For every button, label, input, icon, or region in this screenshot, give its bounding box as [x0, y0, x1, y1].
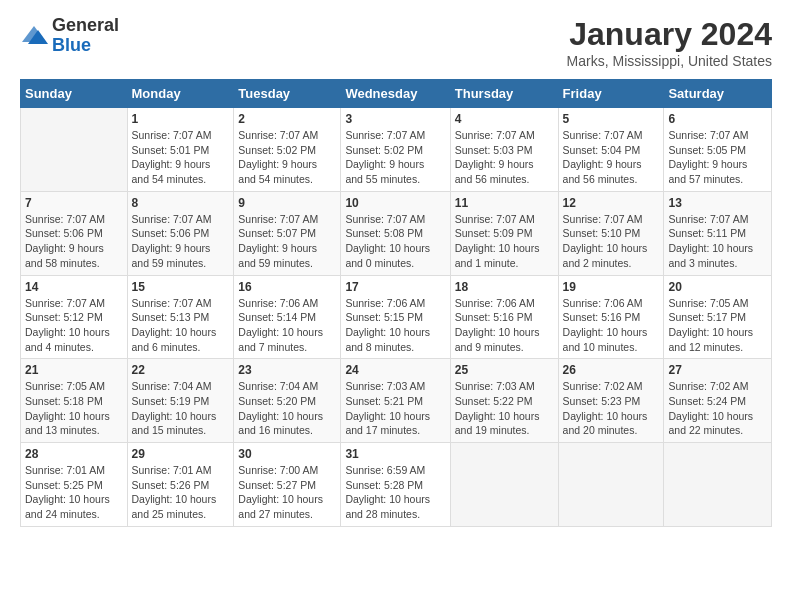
calendar-cell [558, 443, 664, 527]
calendar-cell: 20Sunrise: 7:05 AM Sunset: 5:17 PM Dayli… [664, 275, 772, 359]
day-number: 13 [668, 196, 767, 210]
day-info: Sunrise: 7:06 AM Sunset: 5:16 PM Dayligh… [455, 296, 554, 355]
day-number: 31 [345, 447, 445, 461]
day-info: Sunrise: 7:02 AM Sunset: 5:24 PM Dayligh… [668, 379, 767, 438]
day-info: Sunrise: 6:59 AM Sunset: 5:28 PM Dayligh… [345, 463, 445, 522]
calendar-cell: 24Sunrise: 7:03 AM Sunset: 5:21 PM Dayli… [341, 359, 450, 443]
logo-general: General [52, 16, 119, 36]
day-info: Sunrise: 7:07 AM Sunset: 5:07 PM Dayligh… [238, 212, 336, 271]
header-cell-saturday: Saturday [664, 80, 772, 108]
day-number: 18 [455, 280, 554, 294]
day-number: 12 [563, 196, 660, 210]
calendar-cell: 5Sunrise: 7:07 AM Sunset: 5:04 PM Daylig… [558, 108, 664, 192]
header-cell-wednesday: Wednesday [341, 80, 450, 108]
day-number: 11 [455, 196, 554, 210]
calendar-cell: 25Sunrise: 7:03 AM Sunset: 5:22 PM Dayli… [450, 359, 558, 443]
day-info: Sunrise: 7:06 AM Sunset: 5:16 PM Dayligh… [563, 296, 660, 355]
day-number: 16 [238, 280, 336, 294]
calendar-cell: 28Sunrise: 7:01 AM Sunset: 5:25 PM Dayli… [21, 443, 128, 527]
day-info: Sunrise: 7:07 AM Sunset: 5:10 PM Dayligh… [563, 212, 660, 271]
calendar-cell [21, 108, 128, 192]
calendar-cell: 16Sunrise: 7:06 AM Sunset: 5:14 PM Dayli… [234, 275, 341, 359]
day-number: 1 [132, 112, 230, 126]
day-info: Sunrise: 7:07 AM Sunset: 5:13 PM Dayligh… [132, 296, 230, 355]
calendar-cell: 31Sunrise: 6:59 AM Sunset: 5:28 PM Dayli… [341, 443, 450, 527]
day-info: Sunrise: 7:05 AM Sunset: 5:17 PM Dayligh… [668, 296, 767, 355]
day-number: 7 [25, 196, 123, 210]
calendar-cell: 9Sunrise: 7:07 AM Sunset: 5:07 PM Daylig… [234, 191, 341, 275]
day-info: Sunrise: 7:07 AM Sunset: 5:09 PM Dayligh… [455, 212, 554, 271]
calendar-cell: 3Sunrise: 7:07 AM Sunset: 5:02 PM Daylig… [341, 108, 450, 192]
header-cell-thursday: Thursday [450, 80, 558, 108]
day-number: 23 [238, 363, 336, 377]
calendar-cell: 11Sunrise: 7:07 AM Sunset: 5:09 PM Dayli… [450, 191, 558, 275]
day-number: 8 [132, 196, 230, 210]
header-row: SundayMondayTuesdayWednesdayThursdayFrid… [21, 80, 772, 108]
calendar-cell: 22Sunrise: 7:04 AM Sunset: 5:19 PM Dayli… [127, 359, 234, 443]
calendar-cell: 12Sunrise: 7:07 AM Sunset: 5:10 PM Dayli… [558, 191, 664, 275]
calendar-cell: 29Sunrise: 7:01 AM Sunset: 5:26 PM Dayli… [127, 443, 234, 527]
calendar-cell: 2Sunrise: 7:07 AM Sunset: 5:02 PM Daylig… [234, 108, 341, 192]
title-area: January 2024 Marks, Mississippi, United … [567, 16, 772, 69]
header-cell-sunday: Sunday [21, 80, 128, 108]
logo: General Blue [20, 16, 119, 56]
header-cell-monday: Monday [127, 80, 234, 108]
day-info: Sunrise: 7:07 AM Sunset: 5:02 PM Dayligh… [345, 128, 445, 187]
day-number: 3 [345, 112, 445, 126]
day-number: 27 [668, 363, 767, 377]
calendar-cell: 6Sunrise: 7:07 AM Sunset: 5:05 PM Daylig… [664, 108, 772, 192]
calendar-cell: 27Sunrise: 7:02 AM Sunset: 5:24 PM Dayli… [664, 359, 772, 443]
day-info: Sunrise: 7:07 AM Sunset: 5:03 PM Dayligh… [455, 128, 554, 187]
day-number: 26 [563, 363, 660, 377]
day-number: 22 [132, 363, 230, 377]
week-row-1: 1Sunrise: 7:07 AM Sunset: 5:01 PM Daylig… [21, 108, 772, 192]
calendar-cell: 10Sunrise: 7:07 AM Sunset: 5:08 PM Dayli… [341, 191, 450, 275]
calendar-cell: 14Sunrise: 7:07 AM Sunset: 5:12 PM Dayli… [21, 275, 128, 359]
calendar-table: SundayMondayTuesdayWednesdayThursdayFrid… [20, 79, 772, 527]
calendar-cell [450, 443, 558, 527]
calendar-cell: 15Sunrise: 7:07 AM Sunset: 5:13 PM Dayli… [127, 275, 234, 359]
day-info: Sunrise: 7:01 AM Sunset: 5:26 PM Dayligh… [132, 463, 230, 522]
day-number: 10 [345, 196, 445, 210]
day-number: 20 [668, 280, 767, 294]
week-row-2: 7Sunrise: 7:07 AM Sunset: 5:06 PM Daylig… [21, 191, 772, 275]
calendar-cell: 13Sunrise: 7:07 AM Sunset: 5:11 PM Dayli… [664, 191, 772, 275]
day-number: 28 [25, 447, 123, 461]
day-info: Sunrise: 7:06 AM Sunset: 5:15 PM Dayligh… [345, 296, 445, 355]
day-info: Sunrise: 7:06 AM Sunset: 5:14 PM Dayligh… [238, 296, 336, 355]
day-number: 5 [563, 112, 660, 126]
day-info: Sunrise: 7:07 AM Sunset: 5:12 PM Dayligh… [25, 296, 123, 355]
logo-icon [20, 22, 48, 50]
calendar-cell: 4Sunrise: 7:07 AM Sunset: 5:03 PM Daylig… [450, 108, 558, 192]
calendar-cell: 26Sunrise: 7:02 AM Sunset: 5:23 PM Dayli… [558, 359, 664, 443]
day-number: 4 [455, 112, 554, 126]
day-info: Sunrise: 7:07 AM Sunset: 5:11 PM Dayligh… [668, 212, 767, 271]
day-number: 17 [345, 280, 445, 294]
day-number: 30 [238, 447, 336, 461]
day-info: Sunrise: 7:07 AM Sunset: 5:06 PM Dayligh… [132, 212, 230, 271]
day-info: Sunrise: 7:07 AM Sunset: 5:02 PM Dayligh… [238, 128, 336, 187]
day-number: 6 [668, 112, 767, 126]
day-info: Sunrise: 7:02 AM Sunset: 5:23 PM Dayligh… [563, 379, 660, 438]
day-info: Sunrise: 7:07 AM Sunset: 5:01 PM Dayligh… [132, 128, 230, 187]
calendar-cell: 30Sunrise: 7:00 AM Sunset: 5:27 PM Dayli… [234, 443, 341, 527]
day-number: 21 [25, 363, 123, 377]
calendar-cell: 21Sunrise: 7:05 AM Sunset: 5:18 PM Dayli… [21, 359, 128, 443]
day-info: Sunrise: 7:07 AM Sunset: 5:04 PM Dayligh… [563, 128, 660, 187]
day-info: Sunrise: 7:07 AM Sunset: 5:05 PM Dayligh… [668, 128, 767, 187]
logo-text: General Blue [52, 16, 119, 56]
day-number: 19 [563, 280, 660, 294]
day-info: Sunrise: 7:04 AM Sunset: 5:19 PM Dayligh… [132, 379, 230, 438]
calendar-cell: 17Sunrise: 7:06 AM Sunset: 5:15 PM Dayli… [341, 275, 450, 359]
calendar-cell: 7Sunrise: 7:07 AM Sunset: 5:06 PM Daylig… [21, 191, 128, 275]
calendar-cell [664, 443, 772, 527]
day-info: Sunrise: 7:04 AM Sunset: 5:20 PM Dayligh… [238, 379, 336, 438]
day-info: Sunrise: 7:00 AM Sunset: 5:27 PM Dayligh… [238, 463, 336, 522]
calendar-title: January 2024 [567, 16, 772, 53]
day-number: 2 [238, 112, 336, 126]
calendar-cell: 8Sunrise: 7:07 AM Sunset: 5:06 PM Daylig… [127, 191, 234, 275]
week-row-5: 28Sunrise: 7:01 AM Sunset: 5:25 PM Dayli… [21, 443, 772, 527]
calendar-subtitle: Marks, Mississippi, United States [567, 53, 772, 69]
day-info: Sunrise: 7:07 AM Sunset: 5:08 PM Dayligh… [345, 212, 445, 271]
page-header: General Blue January 2024 Marks, Mississ… [20, 16, 772, 69]
